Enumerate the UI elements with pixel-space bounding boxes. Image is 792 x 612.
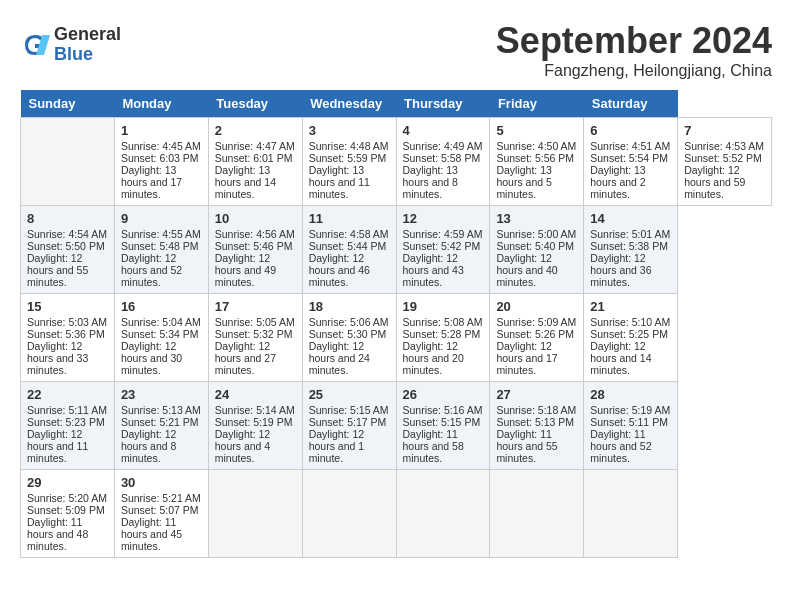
logo-general-text: General bbox=[54, 25, 121, 45]
calendar-cell bbox=[584, 470, 678, 558]
day-number: 15 bbox=[27, 299, 108, 314]
calendar-cell: 23Sunrise: 5:13 AMSunset: 5:21 PMDayligh… bbox=[114, 382, 208, 470]
day-number: 6 bbox=[590, 123, 671, 138]
calendar-cell: 11Sunrise: 4:58 AMSunset: 5:44 PMDayligh… bbox=[302, 206, 396, 294]
calendar-cell: 20Sunrise: 5:09 AMSunset: 5:26 PMDayligh… bbox=[490, 294, 584, 382]
day-number: 10 bbox=[215, 211, 296, 226]
calendar-cell: 19Sunrise: 5:08 AMSunset: 5:28 PMDayligh… bbox=[396, 294, 490, 382]
calendar-cell: 9Sunrise: 4:55 AMSunset: 5:48 PMDaylight… bbox=[114, 206, 208, 294]
calendar-cell: 24Sunrise: 5:14 AMSunset: 5:19 PMDayligh… bbox=[208, 382, 302, 470]
day-number: 8 bbox=[27, 211, 108, 226]
day-number: 23 bbox=[121, 387, 202, 402]
calendar-cell: 14Sunrise: 5:01 AMSunset: 5:38 PMDayligh… bbox=[584, 206, 678, 294]
calendar-cell: 5Sunrise: 4:50 AMSunset: 5:56 PMDaylight… bbox=[490, 118, 584, 206]
day-number: 18 bbox=[309, 299, 390, 314]
day-number: 21 bbox=[590, 299, 671, 314]
calendar-cell: 4Sunrise: 4:49 AMSunset: 5:58 PMDaylight… bbox=[396, 118, 490, 206]
calendar-week-row: 8Sunrise: 4:54 AMSunset: 5:50 PMDaylight… bbox=[21, 206, 772, 294]
day-number: 30 bbox=[121, 475, 202, 490]
calendar-cell: 13Sunrise: 5:00 AMSunset: 5:40 PMDayligh… bbox=[490, 206, 584, 294]
month-title: September 2024 bbox=[496, 20, 772, 62]
day-number: 7 bbox=[684, 123, 765, 138]
day-number: 22 bbox=[27, 387, 108, 402]
calendar-week-row: 1Sunrise: 4:45 AMSunset: 6:03 PMDaylight… bbox=[21, 118, 772, 206]
calendar-cell: 6Sunrise: 4:51 AMSunset: 5:54 PMDaylight… bbox=[584, 118, 678, 206]
calendar-week-row: 22Sunrise: 5:11 AMSunset: 5:23 PMDayligh… bbox=[21, 382, 772, 470]
calendar-cell: 30Sunrise: 5:21 AMSunset: 5:07 PMDayligh… bbox=[114, 470, 208, 558]
day-number: 29 bbox=[27, 475, 108, 490]
calendar-cell bbox=[302, 470, 396, 558]
calendar-cell: 28Sunrise: 5:19 AMSunset: 5:11 PMDayligh… bbox=[584, 382, 678, 470]
calendar-cell: 16Sunrise: 5:04 AMSunset: 5:34 PMDayligh… bbox=[114, 294, 208, 382]
day-number: 11 bbox=[309, 211, 390, 226]
weekday-header: Tuesday bbox=[208, 90, 302, 118]
calendar-cell: 17Sunrise: 5:05 AMSunset: 5:32 PMDayligh… bbox=[208, 294, 302, 382]
logo-text: General Blue bbox=[54, 25, 121, 65]
calendar-cell: 1Sunrise: 4:45 AMSunset: 6:03 PMDaylight… bbox=[114, 118, 208, 206]
calendar-cell bbox=[21, 118, 115, 206]
day-number: 20 bbox=[496, 299, 577, 314]
calendar-cell: 21Sunrise: 5:10 AMSunset: 5:25 PMDayligh… bbox=[584, 294, 678, 382]
calendar-cell: 3Sunrise: 4:48 AMSunset: 5:59 PMDaylight… bbox=[302, 118, 396, 206]
weekday-header: Thursday bbox=[396, 90, 490, 118]
calendar-cell: 29Sunrise: 5:20 AMSunset: 5:09 PMDayligh… bbox=[21, 470, 115, 558]
calendar-cell bbox=[208, 470, 302, 558]
day-number: 14 bbox=[590, 211, 671, 226]
day-number: 16 bbox=[121, 299, 202, 314]
logo-icon bbox=[20, 30, 50, 60]
calendar-cell: 25Sunrise: 5:15 AMSunset: 5:17 PMDayligh… bbox=[302, 382, 396, 470]
title-area: September 2024 Fangzheng, Heilongjiang, … bbox=[496, 20, 772, 80]
weekday-header-row: SundayMondayTuesdayWednesdayThursdayFrid… bbox=[21, 90, 772, 118]
day-number: 25 bbox=[309, 387, 390, 402]
calendar-week-row: 15Sunrise: 5:03 AMSunset: 5:36 PMDayligh… bbox=[21, 294, 772, 382]
calendar-cell: 8Sunrise: 4:54 AMSunset: 5:50 PMDaylight… bbox=[21, 206, 115, 294]
logo: General Blue bbox=[20, 25, 121, 65]
calendar-cell: 12Sunrise: 4:59 AMSunset: 5:42 PMDayligh… bbox=[396, 206, 490, 294]
day-number: 12 bbox=[403, 211, 484, 226]
day-number: 4 bbox=[403, 123, 484, 138]
weekday-header: Wednesday bbox=[302, 90, 396, 118]
weekday-header: Friday bbox=[490, 90, 584, 118]
day-number: 24 bbox=[215, 387, 296, 402]
calendar-cell: 2Sunrise: 4:47 AMSunset: 6:01 PMDaylight… bbox=[208, 118, 302, 206]
calendar-cell: 18Sunrise: 5:06 AMSunset: 5:30 PMDayligh… bbox=[302, 294, 396, 382]
day-number: 1 bbox=[121, 123, 202, 138]
calendar-cell: 10Sunrise: 4:56 AMSunset: 5:46 PMDayligh… bbox=[208, 206, 302, 294]
day-number: 17 bbox=[215, 299, 296, 314]
day-number: 5 bbox=[496, 123, 577, 138]
calendar-cell bbox=[396, 470, 490, 558]
day-number: 28 bbox=[590, 387, 671, 402]
logo-blue-text: Blue bbox=[54, 45, 121, 65]
calendar-cell: 26Sunrise: 5:16 AMSunset: 5:15 PMDayligh… bbox=[396, 382, 490, 470]
calendar-cell: 15Sunrise: 5:03 AMSunset: 5:36 PMDayligh… bbox=[21, 294, 115, 382]
calendar-cell: 27Sunrise: 5:18 AMSunset: 5:13 PMDayligh… bbox=[490, 382, 584, 470]
weekday-header: Sunday bbox=[21, 90, 115, 118]
calendar-week-row: 29Sunrise: 5:20 AMSunset: 5:09 PMDayligh… bbox=[21, 470, 772, 558]
location-title: Fangzheng, Heilongjiang, China bbox=[496, 62, 772, 80]
day-number: 26 bbox=[403, 387, 484, 402]
day-number: 2 bbox=[215, 123, 296, 138]
day-number: 27 bbox=[496, 387, 577, 402]
calendar-cell: 22Sunrise: 5:11 AMSunset: 5:23 PMDayligh… bbox=[21, 382, 115, 470]
header: General Blue September 2024 Fangzheng, H… bbox=[20, 20, 772, 80]
weekday-header: Monday bbox=[114, 90, 208, 118]
day-number: 3 bbox=[309, 123, 390, 138]
day-number: 13 bbox=[496, 211, 577, 226]
day-number: 9 bbox=[121, 211, 202, 226]
calendar-cell bbox=[490, 470, 584, 558]
calendar-cell: 7Sunrise: 4:53 AMSunset: 5:52 PMDaylight… bbox=[678, 118, 772, 206]
day-number: 19 bbox=[403, 299, 484, 314]
weekday-header: Saturday bbox=[584, 90, 678, 118]
calendar-table: SundayMondayTuesdayWednesdayThursdayFrid… bbox=[20, 90, 772, 558]
